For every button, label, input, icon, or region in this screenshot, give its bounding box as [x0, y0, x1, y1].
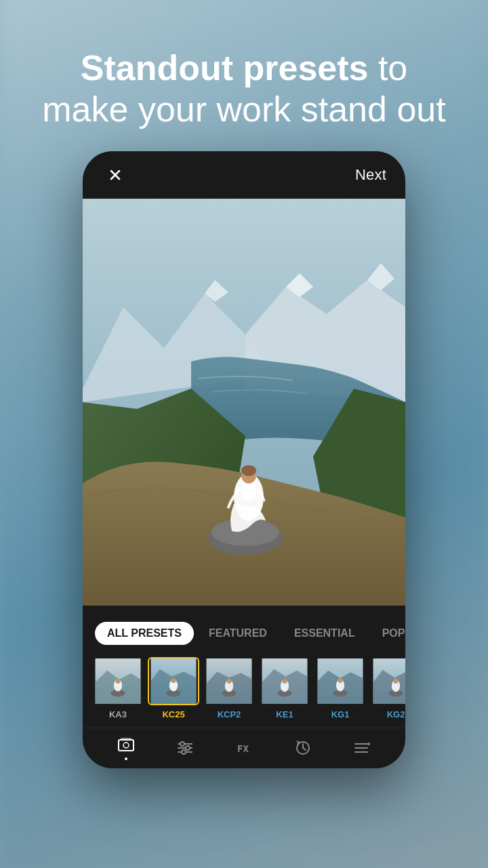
headline-bold: Standout presets [81, 48, 369, 87]
preset-ka3-label: KA3 [109, 709, 127, 719]
preset-kc25-image [148, 657, 199, 705]
svg-point-15 [241, 465, 256, 476]
tab-popular[interactable]: POPU... [370, 622, 405, 645]
preset-kcp2[interactable]: KCP2 [203, 657, 255, 719]
tab-essential[interactable]: ESSENTIAL [282, 622, 367, 645]
preset-ke1-label: KE1 [276, 709, 293, 719]
close-button[interactable] [102, 161, 129, 189]
tool-fx[interactable]: FX [228, 732, 260, 764]
preset-ka3[interactable]: KA3 [92, 657, 144, 719]
tool-history[interactable] [287, 732, 319, 764]
photo-area [83, 199, 405, 606]
tool-menu[interactable] [346, 732, 378, 764]
svg-point-45 [393, 679, 398, 684]
svg-point-40 [338, 678, 342, 683]
preset-kg2-image [370, 657, 405, 705]
preset-kcp2-image [203, 657, 255, 705]
headline-line2: make your work stand out [41, 89, 447, 130]
bottom-toolbar: FX [83, 728, 405, 768]
svg-point-25 [171, 678, 176, 683]
svg-rect-46 [119, 740, 134, 751]
preset-kg1[interactable]: KG1 [314, 657, 366, 719]
preset-thumbnails: KA3 [83, 649, 405, 728]
preset-ka3-image [92, 657, 144, 705]
next-button[interactable]: Next [355, 166, 386, 184]
svg-point-52 [186, 746, 190, 750]
svg-rect-47 [121, 738, 131, 740]
phone-mockup: Next [83, 151, 405, 768]
svg-point-54 [182, 750, 186, 754]
active-tool-indicator [125, 757, 127, 760]
svg-point-35 [282, 679, 287, 684]
headline-section: Standout presets to make your work stand… [0, 0, 488, 151]
preset-tabs: ALL PRESETS FEATURED ESSENTIAL POPU... [83, 606, 405, 649]
preset-kg1-image [314, 657, 366, 705]
tool-adjustments[interactable] [169, 732, 201, 764]
phone-topbar: Next [83, 151, 405, 199]
svg-text:FX: FX [237, 743, 249, 754]
tool-photos[interactable] [110, 732, 142, 764]
preset-kg1-label: KG1 [331, 709, 350, 719]
main-container: Standout presets to make your work stand… [0, 0, 488, 868]
presets-panel: ALL PRESETS FEATURED ESSENTIAL POPU... [83, 606, 405, 768]
preset-ke1[interactable]: KE1 [259, 657, 310, 719]
svg-point-20 [115, 679, 120, 684]
tab-featured[interactable]: FEATURED [197, 622, 279, 645]
preset-kc25-label: KC25 [162, 709, 184, 719]
preset-kg2[interactable]: KG2 [370, 657, 405, 719]
headline-to: to [368, 48, 407, 87]
tab-all-presets[interactable]: ALL PRESETS [95, 622, 194, 645]
mountain-scene [83, 199, 405, 606]
preset-kcp2-label: KCP2 [218, 709, 241, 719]
preset-ke1-image [259, 657, 310, 705]
preset-kc25[interactable]: KC25 [148, 657, 199, 719]
svg-point-50 [180, 742, 184, 746]
svg-point-30 [226, 679, 231, 684]
preset-kg2-label: KG2 [387, 709, 405, 719]
svg-point-48 [123, 743, 129, 748]
svg-point-60 [367, 743, 370, 745]
